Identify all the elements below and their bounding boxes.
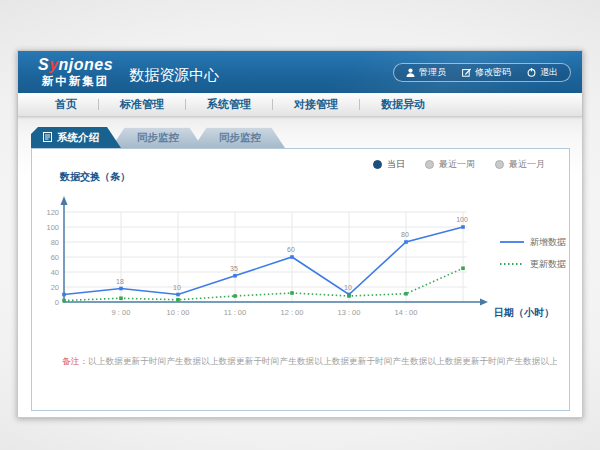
change-password-label: 修改密码 xyxy=(475,66,511,79)
data-point xyxy=(176,293,180,297)
nav-item-interface-mgmt[interactable]: 对接管理 xyxy=(273,97,359,112)
radio-dot-icon xyxy=(495,160,504,169)
data-point xyxy=(233,274,237,278)
data-point xyxy=(290,291,294,295)
data-point xyxy=(119,287,123,291)
tab-label: 同步监控 xyxy=(137,131,179,145)
data-point-label: 60 xyxy=(287,246,295,253)
nav-item-standard-mgmt[interactable]: 标准管理 xyxy=(99,97,185,112)
footnote-prefix: 备注： xyxy=(62,356,88,366)
data-point xyxy=(290,255,294,259)
logo-text-accent: y xyxy=(49,56,58,73)
x-axis-title: 日期（小时） xyxy=(494,307,554,318)
chart-panel: 当日 最近一周 最近一月 0204060801001209 : 0010 : 0… xyxy=(31,148,570,411)
nav-item-system-mgmt[interactable]: 系统管理 xyxy=(186,97,272,112)
user-menu: 管理员 修改密码 退出 xyxy=(393,63,571,82)
legend-label: 更新数据 xyxy=(530,259,566,269)
data-point xyxy=(62,293,66,297)
current-user-label: 管理员 xyxy=(419,66,446,79)
tab-label: 同步监控 xyxy=(219,131,261,145)
data-point xyxy=(62,299,66,303)
data-point xyxy=(461,266,465,270)
y-tick-label: 40 xyxy=(51,268,59,277)
nav-item-data-change[interactable]: 数据异动 xyxy=(360,97,446,112)
content-area: 系统介绍 同步监控 同步监控 当日 最近一周 xyxy=(18,117,582,417)
company-logo: Synjones 新中新集团 xyxy=(38,56,113,88)
data-point xyxy=(404,240,408,244)
logout-button[interactable]: 退出 xyxy=(527,66,558,79)
edit-icon xyxy=(462,68,471,77)
data-point-label: 10 xyxy=(344,284,352,291)
y-tick-label: 120 xyxy=(46,208,59,217)
data-point-label: 100 xyxy=(456,216,468,223)
footnote: 备注：以上数据更新于时间产生数据以上数据更新于时间产生数据以上数据更新于时间产生… xyxy=(62,356,557,368)
logo-subtitle: 新中新集团 xyxy=(38,75,113,88)
change-password-button[interactable]: 修改密码 xyxy=(462,66,511,79)
app-window: Synjones 新中新集团 数据资源中心 管理员 修改密码 退出 xyxy=(17,50,583,418)
tab-label: 系统介绍 xyxy=(57,131,99,145)
logo-text-start: S xyxy=(38,56,49,73)
x-axis-arrow-icon xyxy=(480,299,488,306)
x-tick-label: 14 : 00 xyxy=(395,308,418,317)
y-tick-label: 100 xyxy=(46,223,59,232)
power-icon xyxy=(527,68,536,77)
footnote-text: 以上数据更新于时间产生数据以上数据更新于时间产生数据以上数据更新于时间产生数据以… xyxy=(88,356,557,366)
radio-dot-icon xyxy=(373,160,382,169)
tab-sync-monitor-2[interactable]: 同步监控 xyxy=(193,127,285,148)
data-point xyxy=(176,298,180,302)
page-title: 数据资源中心 xyxy=(129,60,219,85)
document-icon xyxy=(43,132,52,144)
x-tick-label: 9 : 00 xyxy=(112,308,131,317)
main-nav: 首页 标准管理 系统管理 对接管理 数据异动 xyxy=(18,93,582,117)
y-tick-label: 60 xyxy=(51,253,59,262)
data-point-label: 10 xyxy=(173,284,181,291)
data-point xyxy=(461,225,465,229)
data-point xyxy=(233,294,237,298)
data-point xyxy=(119,296,123,300)
data-point-label: 80 xyxy=(401,231,409,238)
x-tick-label: 13 : 00 xyxy=(338,308,361,317)
x-tick-label: 10 : 00 xyxy=(167,308,190,317)
x-tick-label: 11 : 00 xyxy=(224,308,246,317)
y-tick-label: 80 xyxy=(51,238,59,247)
logo-text: Synjones xyxy=(38,56,113,74)
radio-dot-icon xyxy=(425,160,434,169)
y-axis-arrow-icon xyxy=(61,196,68,205)
y-tick-label: 20 xyxy=(51,283,59,292)
data-point xyxy=(404,292,408,296)
tab-system-intro[interactable]: 系统介绍 xyxy=(31,127,121,148)
tab-bar: 系统介绍 同步监控 同步监控 xyxy=(31,127,285,148)
data-point-label: 35 xyxy=(230,265,238,272)
current-user-button[interactable]: 管理员 xyxy=(406,66,446,79)
legend-label: 新增数据 xyxy=(530,237,566,247)
y-axis-title: 数据交换（条） xyxy=(59,171,130,182)
x-tick-label: 12 : 00 xyxy=(281,308,304,317)
tab-sync-monitor-1[interactable]: 同步监控 xyxy=(111,127,203,148)
nav-item-home[interactable]: 首页 xyxy=(34,97,98,112)
data-point xyxy=(347,294,351,298)
app-header: Synjones 新中新集团 数据资源中心 管理员 修改密码 退出 xyxy=(18,51,582,93)
user-icon xyxy=(406,68,415,77)
logout-label: 退出 xyxy=(540,66,558,79)
logo-text-end: njones xyxy=(59,56,114,73)
y-tick-label: 0 xyxy=(55,298,59,307)
line-chart: 0204060801001209 : 0010 : 0011 : 0012 : … xyxy=(32,169,571,334)
data-point-label: 18 xyxy=(116,278,124,285)
